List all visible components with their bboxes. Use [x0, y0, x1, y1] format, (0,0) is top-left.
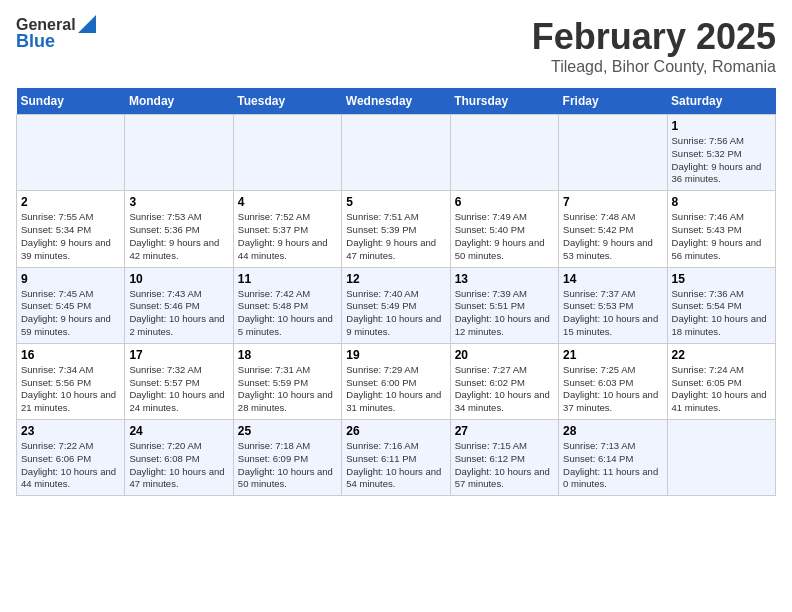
day-number: 6: [455, 195, 554, 209]
svg-marker-0: [78, 15, 96, 33]
day-info: Sunrise: 7:53 AM Sunset: 5:36 PM Dayligh…: [129, 211, 228, 262]
day-number: 14: [563, 272, 662, 286]
table-row: 27Sunrise: 7:15 AM Sunset: 6:12 PM Dayli…: [450, 420, 558, 496]
col-friday: Friday: [559, 88, 667, 115]
day-info: Sunrise: 7:52 AM Sunset: 5:37 PM Dayligh…: [238, 211, 337, 262]
table-row: 22Sunrise: 7:24 AM Sunset: 6:05 PM Dayli…: [667, 343, 775, 419]
day-info: Sunrise: 7:46 AM Sunset: 5:43 PM Dayligh…: [672, 211, 771, 262]
table-row: 16Sunrise: 7:34 AM Sunset: 5:56 PM Dayli…: [17, 343, 125, 419]
day-number: 13: [455, 272, 554, 286]
day-info: Sunrise: 7:42 AM Sunset: 5:48 PM Dayligh…: [238, 288, 337, 339]
table-row: 17Sunrise: 7:32 AM Sunset: 5:57 PM Dayli…: [125, 343, 233, 419]
table-row: 23Sunrise: 7:22 AM Sunset: 6:06 PM Dayli…: [17, 420, 125, 496]
table-row: 4Sunrise: 7:52 AM Sunset: 5:37 PM Daylig…: [233, 191, 341, 267]
day-number: 8: [672, 195, 771, 209]
day-info: Sunrise: 7:13 AM Sunset: 6:14 PM Dayligh…: [563, 440, 662, 491]
day-number: 12: [346, 272, 445, 286]
day-info: Sunrise: 7:45 AM Sunset: 5:45 PM Dayligh…: [21, 288, 120, 339]
calendar-week-row: 23Sunrise: 7:22 AM Sunset: 6:06 PM Dayli…: [17, 420, 776, 496]
calendar-week-row: 9Sunrise: 7:45 AM Sunset: 5:45 PM Daylig…: [17, 267, 776, 343]
page-header: General Blue February 2025 Tileagd, Biho…: [16, 16, 776, 76]
col-thursday: Thursday: [450, 88, 558, 115]
day-info: Sunrise: 7:27 AM Sunset: 6:02 PM Dayligh…: [455, 364, 554, 415]
table-row: [342, 115, 450, 191]
day-info: Sunrise: 7:25 AM Sunset: 6:03 PM Dayligh…: [563, 364, 662, 415]
calendar-title: February 2025: [532, 16, 776, 58]
calendar-week-row: 1Sunrise: 7:56 AM Sunset: 5:32 PM Daylig…: [17, 115, 776, 191]
table-row: 1Sunrise: 7:56 AM Sunset: 5:32 PM Daylig…: [667, 115, 775, 191]
table-row: [450, 115, 558, 191]
day-info: Sunrise: 7:37 AM Sunset: 5:53 PM Dayligh…: [563, 288, 662, 339]
day-info: Sunrise: 7:51 AM Sunset: 5:39 PM Dayligh…: [346, 211, 445, 262]
day-number: 16: [21, 348, 120, 362]
table-row: 25Sunrise: 7:18 AM Sunset: 6:09 PM Dayli…: [233, 420, 341, 496]
title-block: February 2025 Tileagd, Bihor County, Rom…: [532, 16, 776, 76]
day-number: 26: [346, 424, 445, 438]
table-row: 14Sunrise: 7:37 AM Sunset: 5:53 PM Dayli…: [559, 267, 667, 343]
day-info: Sunrise: 7:22 AM Sunset: 6:06 PM Dayligh…: [21, 440, 120, 491]
day-number: 21: [563, 348, 662, 362]
day-number: 5: [346, 195, 445, 209]
day-info: Sunrise: 7:24 AM Sunset: 6:05 PM Dayligh…: [672, 364, 771, 415]
table-row: 20Sunrise: 7:27 AM Sunset: 6:02 PM Dayli…: [450, 343, 558, 419]
col-monday: Monday: [125, 88, 233, 115]
table-row: 13Sunrise: 7:39 AM Sunset: 5:51 PM Dayli…: [450, 267, 558, 343]
calendar-table: Sunday Monday Tuesday Wednesday Thursday…: [16, 88, 776, 496]
day-number: 4: [238, 195, 337, 209]
calendar-header-row: Sunday Monday Tuesday Wednesday Thursday…: [17, 88, 776, 115]
table-row: 8Sunrise: 7:46 AM Sunset: 5:43 PM Daylig…: [667, 191, 775, 267]
day-number: 24: [129, 424, 228, 438]
logo-blue-text: Blue: [16, 32, 96, 52]
day-number: 25: [238, 424, 337, 438]
table-row: 15Sunrise: 7:36 AM Sunset: 5:54 PM Dayli…: [667, 267, 775, 343]
day-number: 19: [346, 348, 445, 362]
day-info: Sunrise: 7:43 AM Sunset: 5:46 PM Dayligh…: [129, 288, 228, 339]
table-row: 21Sunrise: 7:25 AM Sunset: 6:03 PM Dayli…: [559, 343, 667, 419]
table-row: 9Sunrise: 7:45 AM Sunset: 5:45 PM Daylig…: [17, 267, 125, 343]
table-row: 28Sunrise: 7:13 AM Sunset: 6:14 PM Dayli…: [559, 420, 667, 496]
day-info: Sunrise: 7:29 AM Sunset: 6:00 PM Dayligh…: [346, 364, 445, 415]
table-row: [233, 115, 341, 191]
col-saturday: Saturday: [667, 88, 775, 115]
day-number: 15: [672, 272, 771, 286]
table-row: [17, 115, 125, 191]
col-sunday: Sunday: [17, 88, 125, 115]
day-number: 10: [129, 272, 228, 286]
logo-triangle-icon: [78, 15, 96, 33]
table-row: [559, 115, 667, 191]
calendar-week-row: 16Sunrise: 7:34 AM Sunset: 5:56 PM Dayli…: [17, 343, 776, 419]
table-row: 7Sunrise: 7:48 AM Sunset: 5:42 PM Daylig…: [559, 191, 667, 267]
table-row: 10Sunrise: 7:43 AM Sunset: 5:46 PM Dayli…: [125, 267, 233, 343]
day-info: Sunrise: 7:49 AM Sunset: 5:40 PM Dayligh…: [455, 211, 554, 262]
calendar-week-row: 2Sunrise: 7:55 AM Sunset: 5:34 PM Daylig…: [17, 191, 776, 267]
day-number: 2: [21, 195, 120, 209]
day-number: 20: [455, 348, 554, 362]
day-info: Sunrise: 7:34 AM Sunset: 5:56 PM Dayligh…: [21, 364, 120, 415]
day-number: 28: [563, 424, 662, 438]
day-info: Sunrise: 7:32 AM Sunset: 5:57 PM Dayligh…: [129, 364, 228, 415]
table-row: [125, 115, 233, 191]
day-info: Sunrise: 7:16 AM Sunset: 6:11 PM Dayligh…: [346, 440, 445, 491]
day-number: 22: [672, 348, 771, 362]
day-info: Sunrise: 7:18 AM Sunset: 6:09 PM Dayligh…: [238, 440, 337, 491]
table-row: 24Sunrise: 7:20 AM Sunset: 6:08 PM Dayli…: [125, 420, 233, 496]
day-number: 3: [129, 195, 228, 209]
table-row: 26Sunrise: 7:16 AM Sunset: 6:11 PM Dayli…: [342, 420, 450, 496]
table-row: 18Sunrise: 7:31 AM Sunset: 5:59 PM Dayli…: [233, 343, 341, 419]
day-info: Sunrise: 7:36 AM Sunset: 5:54 PM Dayligh…: [672, 288, 771, 339]
table-row: 2Sunrise: 7:55 AM Sunset: 5:34 PM Daylig…: [17, 191, 125, 267]
day-info: Sunrise: 7:55 AM Sunset: 5:34 PM Dayligh…: [21, 211, 120, 262]
day-info: Sunrise: 7:31 AM Sunset: 5:59 PM Dayligh…: [238, 364, 337, 415]
col-wednesday: Wednesday: [342, 88, 450, 115]
table-row: 11Sunrise: 7:42 AM Sunset: 5:48 PM Dayli…: [233, 267, 341, 343]
day-number: 7: [563, 195, 662, 209]
day-number: 9: [21, 272, 120, 286]
day-info: Sunrise: 7:48 AM Sunset: 5:42 PM Dayligh…: [563, 211, 662, 262]
table-row: 6Sunrise: 7:49 AM Sunset: 5:40 PM Daylig…: [450, 191, 558, 267]
logo: General Blue: [16, 16, 96, 51]
table-row: [667, 420, 775, 496]
day-info: Sunrise: 7:39 AM Sunset: 5:51 PM Dayligh…: [455, 288, 554, 339]
table-row: 12Sunrise: 7:40 AM Sunset: 5:49 PM Dayli…: [342, 267, 450, 343]
day-number: 27: [455, 424, 554, 438]
day-info: Sunrise: 7:56 AM Sunset: 5:32 PM Dayligh…: [672, 135, 771, 186]
